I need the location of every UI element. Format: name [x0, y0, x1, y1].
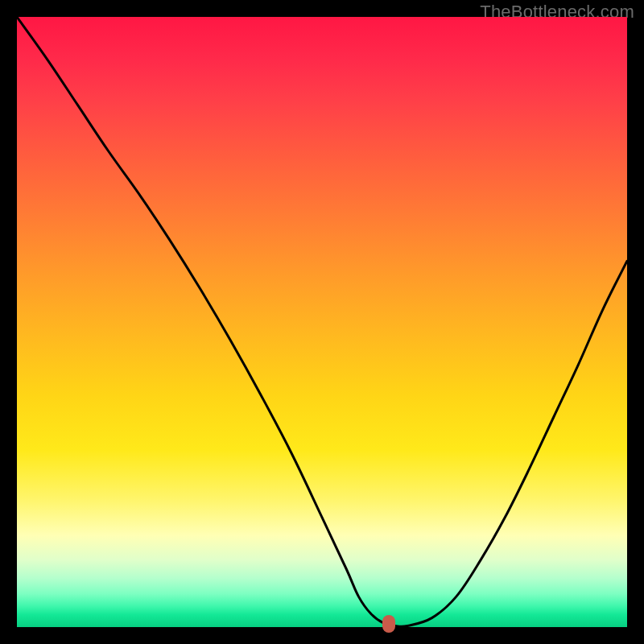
optimal-point-marker	[382, 615, 395, 633]
curve-path	[17, 17, 627, 626]
bottleneck-curve	[17, 17, 627, 627]
chart-frame: TheBottleneck.com	[0, 0, 644, 644]
plot-area	[17, 17, 627, 627]
